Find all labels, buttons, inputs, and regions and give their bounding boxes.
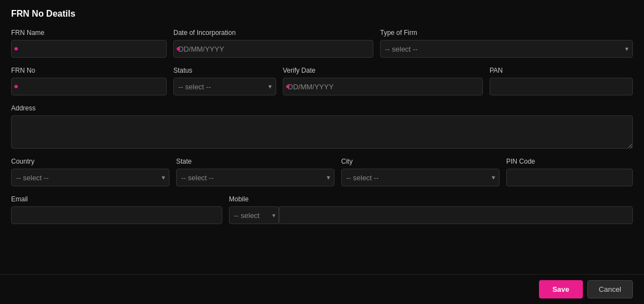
country-select[interactable]: -- select --: [11, 169, 169, 186]
frn-name-input[interactable]: [11, 40, 167, 58]
frn-name-label: FRN Name: [11, 29, 167, 37]
type-firm-group: Type of Firm -- select --: [380, 29, 633, 58]
country-label: Country: [11, 158, 169, 165]
pan-group: PAN: [490, 67, 633, 95]
address-input[interactable]: [11, 115, 633, 149]
pin-code-group: PIN Code: [506, 158, 633, 186]
status-label: Status: [173, 67, 276, 74]
country-select-wrapper: -- select --: [11, 169, 169, 186]
frn-name-group: FRN Name: [11, 29, 167, 58]
page-title: FRN No Deatils: [11, 9, 633, 19]
mobile-code-select-wrapper: -- select: [229, 206, 279, 224]
status-select-wrapper: -- select --: [173, 78, 276, 95]
verify-date-input-wrapper: [283, 78, 483, 95]
city-select-wrapper: -- select --: [341, 169, 500, 186]
email-input[interactable]: [11, 206, 222, 224]
form-row-2: FRN No Status -- select -- Verify Date: [11, 67, 633, 95]
type-firm-label: Type of Firm: [380, 29, 633, 37]
pan-label: PAN: [490, 67, 633, 74]
pin-code-input[interactable]: [506, 169, 633, 186]
form-row-4: Country -- select -- State -- select -- …: [11, 158, 633, 186]
mobile-group-outer: Mobile -- select: [229, 195, 633, 224]
email-group: Email: [11, 195, 222, 224]
date-inc-label: Date of Incorporation: [173, 29, 373, 37]
form-section: FRN Name Date of Incorporation Type of F…: [11, 29, 633, 224]
type-firm-select[interactable]: -- select --: [380, 40, 633, 58]
address-label: Address: [11, 104, 633, 112]
mobile-number-input[interactable]: [279, 206, 633, 224]
state-label: State: [176, 158, 335, 165]
status-group: Status -- select --: [173, 67, 276, 95]
mobile-code-select[interactable]: -- select: [229, 206, 279, 224]
frn-name-input-wrapper: [11, 40, 167, 58]
pin-code-label: PIN Code: [506, 158, 633, 165]
verify-date-group: Verify Date: [283, 67, 483, 95]
city-group: City -- select --: [341, 158, 500, 186]
state-select[interactable]: -- select --: [176, 169, 335, 186]
status-select[interactable]: -- select --: [173, 78, 276, 95]
form-row-3: Address: [11, 104, 633, 149]
pan-input[interactable]: [490, 78, 633, 95]
date-inc-input-wrapper: [173, 40, 373, 58]
country-group: Country -- select --: [11, 158, 169, 186]
verify-date-label: Verify Date: [283, 67, 483, 74]
frn-no-label: FRN No: [11, 67, 167, 74]
mobile-label: Mobile: [229, 195, 633, 203]
address-group: Address: [11, 104, 633, 149]
state-select-wrapper: -- select --: [176, 169, 335, 186]
form-row-1: FRN Name Date of Incorporation Type of F…: [11, 29, 633, 58]
bottom-bar: Save Cancel: [0, 274, 644, 304]
date-inc-input[interactable]: [173, 40, 373, 58]
frn-no-input-wrapper: [11, 78, 167, 95]
email-label: Email: [11, 195, 222, 203]
save-button[interactable]: Save: [539, 280, 582, 298]
mobile-input-group: -- select: [229, 206, 633, 224]
page-container: FRN No Deatils FRN Name Date of Incorpor…: [0, 0, 644, 304]
cancel-button[interactable]: Cancel: [587, 280, 633, 298]
verify-date-input[interactable]: [283, 78, 483, 95]
city-label: City: [341, 158, 500, 165]
date-inc-group: Date of Incorporation: [173, 29, 373, 58]
frn-no-group: FRN No: [11, 67, 167, 95]
frn-no-input[interactable]: [11, 78, 167, 95]
form-row-5: Email Mobile -- select: [11, 195, 633, 224]
city-select[interactable]: -- select --: [341, 169, 500, 186]
type-firm-select-wrapper: -- select --: [380, 40, 633, 58]
state-group: State -- select --: [176, 158, 335, 186]
